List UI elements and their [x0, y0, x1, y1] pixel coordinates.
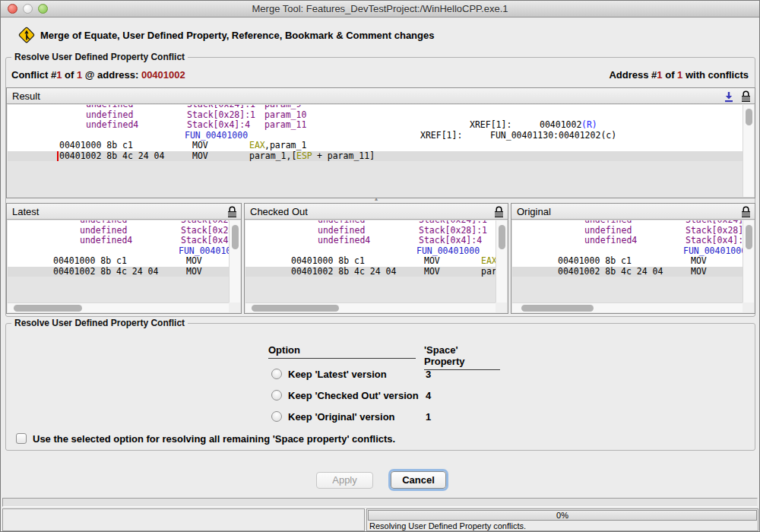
listing-token-plain: MOV [186, 267, 202, 277]
checked-out-panel-header: Checked Out [245, 204, 508, 220]
titlebar[interactable]: Merge Tool: Features_DevTestProject:/Win… [1, 1, 759, 17]
horizontal-scrollbar-thumb[interactable] [521, 305, 594, 312]
listing-row[interactable]: FUN_00401000XREF[1]:FUN_00401130:0040120… [512, 246, 743, 257]
latest-panel-header: Latest [7, 204, 241, 220]
original-listing: undefinedStack[0x24]:1param_9undefinedSt… [512, 220, 743, 302]
conflict-address: 00401002 [141, 69, 185, 81]
listing-row[interactable]: FUN_00401000XREF[1]:FUN_00401130:0040120… [245, 246, 496, 257]
listing-row[interactable]: undefined4Stack[0x4]:4param_11XREF[1]:00… [512, 236, 743, 246]
checked-out-panel: Checked Out undefinedStack[0x24]:1param_… [244, 203, 508, 314]
vertical-scrollbar-thumb[interactable] [232, 225, 239, 249]
listing-token-stack: Stack[0x4]:4 [187, 120, 250, 131]
latest-listing: undefinedStack[0x24]:1param_9undefinedSt… [8, 220, 229, 302]
listing-token-plain: + param_11] [312, 151, 375, 162]
latest-panel: Latest undefinedStack[0x24]:1param_9unde… [6, 203, 242, 314]
listing-row[interactable]: 00401002 8b 4c 24 04MOVparam_1,[ESP + pa… [8, 267, 229, 277]
lock-icon[interactable] [741, 90, 751, 103]
status-right-panel: 0% Resolving User Defined Property confl… [366, 508, 758, 531]
option-value: 1 [426, 411, 431, 423]
radio-keep-latest[interactable] [271, 369, 282, 379]
option-value: 4 [426, 390, 431, 401]
listing-row[interactable]: undefined4Stack[0x4]:4param_11XREF[1]:00… [245, 236, 496, 246]
listing-token-type: undefined4 [584, 236, 637, 246]
vertical-scrollbar-thumb[interactable] [746, 225, 752, 249]
listing-token-fun: FUN_00401000 [416, 246, 480, 257]
listing-token-fun: FUN_00401000 [179, 246, 229, 257]
listing-row[interactable]: 00401002 8b 4c 24 04MOVparam_1,[ESP + pa… [245, 267, 496, 277]
option-value: 3 [426, 369, 431, 380]
space-property-column-header: 'Space' Property [424, 344, 500, 370]
listing-token-type: undefined [80, 226, 127, 236]
listing-token-plain: XREF[1]: [420, 131, 462, 141]
vertical-scrollbar[interactable] [496, 220, 507, 302]
lock-icon[interactable] [741, 206, 751, 218]
listing-row[interactable]: undefined4Stack[0x4]:4param_11XREF[1]:00… [8, 120, 743, 131]
listing-token-stack: Stack[0x4]:4 [419, 236, 482, 246]
listing-token-plain: 00401002 [540, 120, 581, 131]
listing-row[interactable]: FUN_00401000XREF[1]:FUN_00401130:0040120… [8, 246, 229, 257]
apply-button[interactable]: Apply [316, 472, 373, 489]
radio-keep-original[interactable] [271, 411, 282, 422]
listing-token-fun: FUN_00401000 [683, 246, 743, 257]
listing-token-stack: Stack[0x28]:1 [181, 226, 229, 236]
listing-row[interactable]: 00401002 8b 4c 24 04MOVparam_1,[ESP + pa… [512, 267, 743, 277]
vertical-scrollbar[interactable] [743, 105, 754, 197]
listing-row[interactable]: undefinedStack[0x28]:1param_10 [512, 226, 743, 236]
vertical-scrollbar-thumb[interactable] [499, 225, 505, 249]
panel-title: Result [12, 88, 40, 104]
horizontal-scrollbar-thumb[interactable] [14, 305, 82, 312]
radio-keep-checked-out[interactable] [271, 390, 282, 401]
progress-bar: 0% [368, 510, 757, 521]
listing-token-plain: 00401000 8b c1 [291, 256, 365, 267]
listing-row[interactable]: undefinedStack[0x28]:1param_10 [8, 110, 743, 121]
listing-row[interactable]: FUN_00401000XREF[1]:FUN_00401130:0040120… [8, 131, 743, 141]
cancel-button[interactable]: Cancel [391, 471, 446, 489]
options-group-box: Resolve User Defined Property Conflict [5, 323, 755, 451]
listing-row[interactable]: undefinedStack[0x28]:1param_10 [245, 226, 496, 236]
listing-token-stack: Stack[0x28]:1 [187, 110, 255, 121]
panel-title: Original [517, 204, 551, 220]
horizontal-scrollbar[interactable] [512, 302, 743, 312]
listing-row[interactable]: 00401000 8b c1MOVEAX,param_1 [8, 141, 743, 151]
listing-row[interactable]: undefined4Stack[0x4]:4param_11XREF[1]:00… [8, 236, 229, 246]
horizontal-scrollbar[interactable] [8, 302, 229, 312]
listing-row[interactable]: 00401000 8b c1MOVEAX,param_1 [8, 256, 229, 267]
split-divider-grip[interactable]: ▴ [370, 196, 382, 202]
vertical-scrollbar-thumb[interactable] [746, 109, 752, 125]
scrollbar-corner [229, 302, 240, 312]
scrollbar-corner [496, 302, 507, 312]
listing-token-plain: 00401002 8b 4c 24 04 [558, 267, 663, 277]
result-panel: Result [6, 87, 755, 198]
go-to-bottom-icon[interactable] [724, 91, 734, 103]
panel-title: Checked Out [250, 204, 308, 220]
listing-token-plain: XREF[1]: [470, 120, 511, 131]
vertical-scrollbar[interactable] [743, 220, 754, 302]
listing-token-plain: ,param_1 [264, 141, 306, 151]
horizontal-scrollbar-thumb[interactable] [252, 305, 339, 312]
horizontal-scrollbar[interactable] [245, 302, 496, 312]
listing-token-plain: 00401000 8b c1 [558, 256, 632, 267]
listing-row[interactable]: 00401002 8b 4c 24 04MOVparam_1,[ESP + pa… [8, 151, 743, 162]
lock-icon[interactable] [494, 206, 504, 218]
original-panel: Original undefinedStack[0x24]:1param_9un… [511, 203, 755, 314]
listing-token-plain: MOV [192, 141, 208, 151]
apply-to-all-checkbox[interactable] [16, 433, 27, 444]
result-listing: undefinedStack[0x24]:1param_9undefinedSt… [8, 105, 743, 197]
listing-token-plain: 00401002 8b 4c 24 04 [53, 267, 158, 277]
listing-token-type: undefined [318, 226, 365, 236]
listing-row[interactable]: 00401000 8b c1MOVEAX,param_1 [512, 256, 743, 267]
listing-row[interactable]: undefinedStack[0x28]:1param_10 [8, 226, 229, 236]
scrollbar-corner [743, 302, 754, 312]
listing-token-plain: MOV [424, 267, 440, 277]
listing-row[interactable]: 00401000 8b c1MOVEAX,param_1 [245, 256, 496, 267]
listing-token-plain: FUN_00401130:00401202(c) [490, 131, 616, 141]
listing-token-plain: MOV [691, 256, 707, 267]
vertical-scrollbar[interactable] [229, 220, 240, 302]
listing-token-plain: 00401000 8b c1 [53, 256, 127, 267]
listing-token-plain: MOV [192, 151, 208, 162]
status-left-panel [2, 508, 365, 531]
panel-title: Latest [12, 204, 39, 220]
lock-icon[interactable] [227, 206, 237, 218]
listing-token-plain: param_1,[ [249, 151, 296, 162]
merge-phase-banner: Merge of Equate, User Defined Property, … [40, 30, 434, 41]
